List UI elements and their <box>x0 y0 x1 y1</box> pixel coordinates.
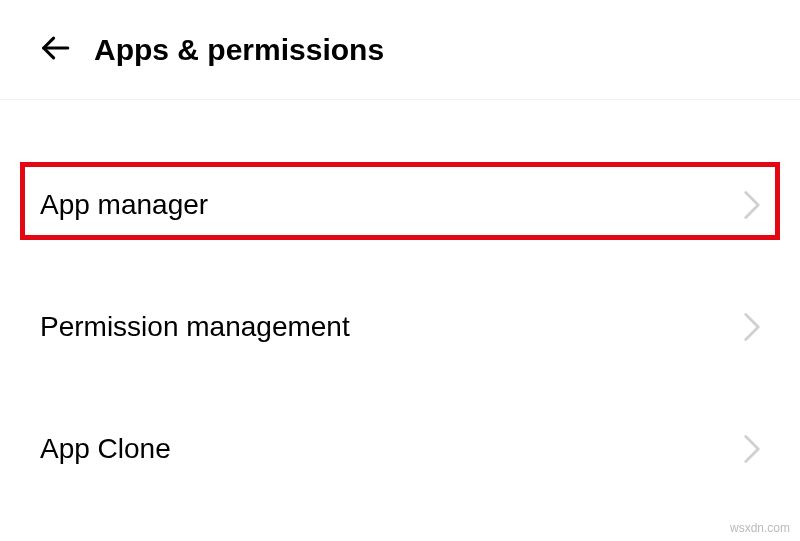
chevron-right-icon <box>744 435 760 463</box>
back-button[interactable] <box>30 25 80 75</box>
page-title: Apps & permissions <box>94 33 384 67</box>
chevron-right-icon <box>744 313 760 341</box>
list-item-app-clone[interactable]: App Clone <box>0 404 800 494</box>
list-item-label: App Clone <box>40 433 171 465</box>
list-item-label: Permission management <box>40 311 350 343</box>
list-item-label: App manager <box>40 189 208 221</box>
list-item-app-manager[interactable]: App manager <box>0 160 800 250</box>
chevron-right-icon <box>744 191 760 219</box>
header: Apps & permissions <box>0 0 800 100</box>
back-arrow-icon <box>38 31 72 69</box>
settings-list: App manager Permission management App Cl… <box>0 100 800 494</box>
watermark: wsxdn.com <box>730 521 790 535</box>
list-item-permission-management[interactable]: Permission management <box>0 282 800 372</box>
